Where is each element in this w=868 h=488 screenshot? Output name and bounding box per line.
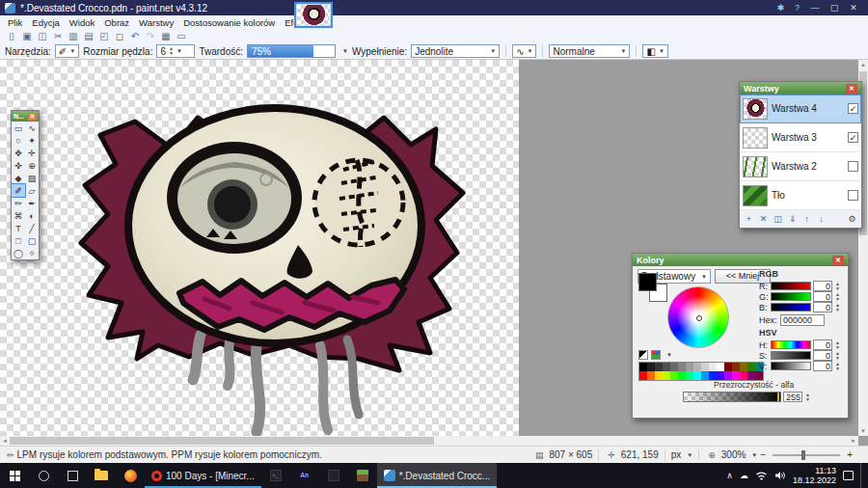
- tools-palette-header[interactable]: N... ✕: [12, 111, 39, 122]
- move-layer-down-button[interactable]: ↓: [815, 213, 827, 226]
- horizontal-scroll-thumb[interactable]: [10, 437, 434, 445]
- tool-color-picker[interactable]: ✒: [25, 197, 39, 209]
- fill-style-dropdown[interactable]: Jednolite▼: [411, 44, 500, 58]
- blue-slider[interactable]: [771, 303, 811, 312]
- green-value[interactable]: 0: [813, 291, 832, 302]
- palette-swatch[interactable]: [639, 363, 647, 371]
- palette-swatch[interactable]: [724, 363, 732, 371]
- tool-zoom[interactable]: ⊕: [25, 159, 39, 172]
- wifi-icon[interactable]: [755, 471, 768, 480]
- sampling-button[interactable]: ◧▼: [642, 44, 667, 58]
- palette-swatch[interactable]: [678, 363, 686, 371]
- color-wheel[interactable]: [667, 286, 729, 348]
- palette-swatch[interactable]: [655, 363, 663, 371]
- show-desktop-button[interactable]: [860, 463, 864, 488]
- notification-center-icon[interactable]: [843, 471, 854, 480]
- move-layer-up-button[interactable]: ↑: [800, 213, 813, 226]
- new-image-button[interactable]: ▯: [4, 30, 19, 43]
- layer-row[interactable]: Warstwa 3✓: [740, 123, 861, 152]
- browser-button[interactable]: [116, 463, 145, 488]
- saturation-value[interactable]: 0: [813, 350, 832, 361]
- tool-rectangle[interactable]: □: [12, 234, 25, 247]
- palette-swatch[interactable]: [693, 363, 701, 371]
- brush-size-spinner[interactable]: 6▲▼▼: [156, 44, 195, 58]
- palette-swatch[interactable]: [670, 371, 678, 380]
- tool-paintbrush[interactable]: ✐: [12, 184, 25, 197]
- palette-swatch[interactable]: [655, 371, 663, 380]
- palette-swatch[interactable]: [724, 371, 732, 380]
- primary-secondary-swatch[interactable]: [638, 273, 667, 302]
- tool-gradient[interactable]: ▨: [25, 172, 39, 184]
- palette-swatch[interactable]: [639, 371, 647, 380]
- layer-row[interactable]: Tło: [740, 181, 861, 210]
- scroll-up-icon[interactable]: ▲: [858, 60, 868, 69]
- close-icon[interactable]: ✕: [832, 256, 844, 265]
- taskbar-clock[interactable]: 11:13 18.12.2022: [793, 466, 836, 485]
- scroll-left-icon[interactable]: ◄: [0, 436, 10, 446]
- blend-mode-dropdown[interactable]: Normalne▼: [549, 44, 630, 58]
- zoom-in-button[interactable]: +: [847, 449, 853, 460]
- palette-swatch[interactable]: [701, 363, 709, 371]
- layer-visibility-checkbox[interactable]: [848, 190, 858, 201]
- antialiasing-button[interactable]: ∿▼: [512, 44, 536, 58]
- volume-icon[interactable]: [774, 471, 786, 480]
- crop-to-selection-button[interactable]: ◰: [96, 30, 112, 43]
- spin-buttons-icon[interactable]: ▲▼: [835, 282, 840, 291]
- menu-edycja[interactable]: Edycja: [27, 15, 65, 30]
- hue-slider[interactable]: [771, 340, 811, 349]
- animate-app-button[interactable]: An: [290, 463, 319, 488]
- search-button[interactable]: [29, 463, 58, 488]
- palette-swatch[interactable]: [732, 371, 740, 380]
- hue-value[interactable]: 0: [813, 339, 832, 350]
- palette-swatch[interactable]: [701, 371, 709, 380]
- zoom-slider[interactable]: [773, 454, 840, 456]
- minecraft-button[interactable]: [348, 463, 377, 488]
- zoom-value[interactable]: 300%: [721, 449, 746, 460]
- palette-swatch[interactable]: [717, 363, 724, 371]
- mini-swatch-icon[interactable]: [638, 350, 648, 360]
- settings-icon[interactable]: ✱: [773, 0, 789, 15]
- tool-pan[interactable]: ✥: [12, 147, 25, 159]
- palette-swatch[interactable]: [670, 363, 678, 371]
- tool-freeform-shape[interactable]: ✧: [25, 247, 39, 259]
- palette-swatch[interactable]: [663, 363, 670, 371]
- tool-ellipse[interactable]: ◯: [12, 247, 25, 259]
- delete-layer-button[interactable]: ✕: [757, 213, 770, 226]
- palette-swatch[interactable]: [693, 371, 701, 380]
- tool-rectangle-select[interactable]: ▭: [12, 122, 25, 134]
- open-button[interactable]: ▣: [19, 30, 35, 43]
- palette-swatch[interactable]: [647, 363, 655, 371]
- tray-expand-icon[interactable]: ∧: [726, 471, 733, 480]
- tool-ellipse-select[interactable]: ○: [12, 134, 25, 147]
- spin-buttons-icon[interactable]: ▲▼: [835, 362, 840, 371]
- close-icon[interactable]: ✕: [846, 84, 857, 94]
- tool-paint-bucket[interactable]: ◆: [12, 172, 25, 184]
- cut-button[interactable]: ✂: [50, 30, 66, 43]
- file-explorer-button[interactable]: [87, 463, 116, 488]
- layer-visibility-checkbox[interactable]: ✓: [848, 132, 858, 143]
- palette-swatch[interactable]: [740, 371, 747, 380]
- grid-toggle-button[interactable]: ▦: [158, 30, 174, 43]
- close-icon[interactable]: ✕: [28, 113, 37, 121]
- menu-warstwy[interactable]: Warstwy: [134, 15, 178, 30]
- tool-move-selection[interactable]: ✜: [12, 159, 25, 172]
- tool-line-curve[interactable]: ╱: [25, 222, 39, 234]
- palette-swatch[interactable]: [740, 363, 747, 371]
- palette-swatch[interactable]: [747, 371, 755, 380]
- palette-swatch[interactable]: [686, 371, 693, 380]
- layers-panel-header[interactable]: Warstwy ✕: [740, 82, 861, 95]
- units-dropdown[interactable]: px: [671, 449, 682, 460]
- maximize-button[interactable]: ▢: [825, 0, 844, 15]
- taskbar-window-browser[interactable]: 100 Days - [Minecr...: [145, 463, 261, 488]
- red-slider[interactable]: [771, 282, 811, 290]
- green-slider[interactable]: [771, 292, 811, 301]
- alpha-slider[interactable]: [683, 392, 781, 402]
- spin-buttons-icon[interactable]: ▲▼: [835, 351, 840, 361]
- tool-pencil[interactable]: ✏: [12, 197, 25, 209]
- menu-dostosowaniekolorw[interactable]: Dostosowanie kolorów: [178, 15, 280, 30]
- palette-swatch[interactable]: [709, 363, 717, 371]
- layer-visibility-checkbox[interactable]: [848, 161, 858, 172]
- spin-buttons-icon[interactable]: ▲▼: [169, 46, 174, 56]
- palette-swatch[interactable]: [717, 371, 724, 380]
- palette-swatch[interactable]: [709, 371, 717, 380]
